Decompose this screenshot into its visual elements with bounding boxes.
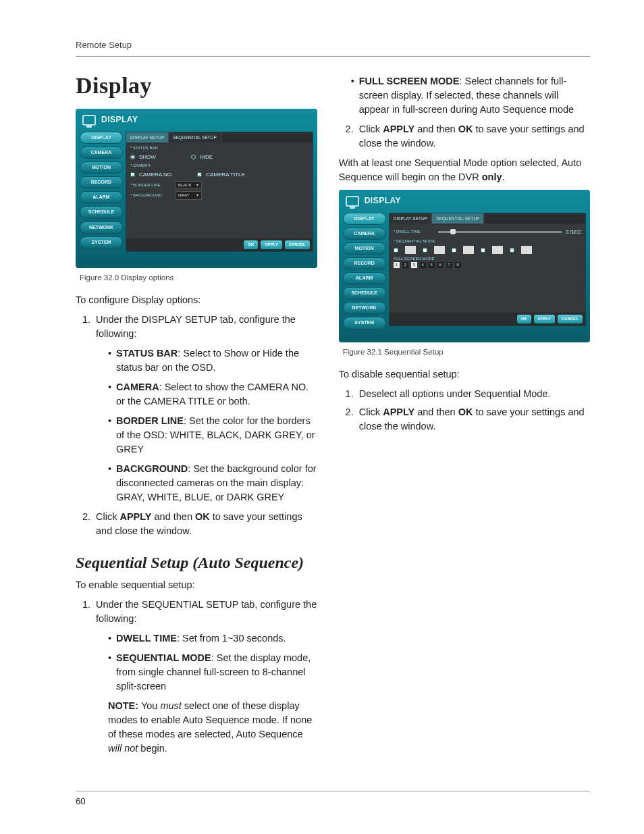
check-camerano-label: CAMERA NO. (139, 171, 173, 179)
ch-2[interactable]: 2 (402, 262, 408, 268)
mode-9[interactable] (510, 248, 514, 253)
bullet-border: BORDER LINE: Set the color for the borde… (108, 414, 317, 457)
label-statusbar: * STATUS BAR (130, 145, 308, 151)
tab-sequential-setup[interactable]: SEQUENTIAL SETUP (169, 132, 221, 142)
sidebar-nav: DISPLAY CAMERA MOTION RECORD ALARM SCHED… (343, 213, 386, 326)
nav-camera[interactable]: CAMERA (343, 228, 386, 240)
check-cameratitle[interactable] (197, 172, 202, 177)
apply-button[interactable]: APPLY (261, 240, 281, 249)
label-background: * BACKGROUND (130, 192, 171, 199)
ch-8[interactable]: 8 (455, 262, 461, 268)
figure-caption-1: Figure 32.0 Display options (80, 272, 317, 284)
tab-display-setup[interactable]: DISPLAY SETUP (126, 132, 169, 142)
label-seqmode: * SEQUENTIAL MODE (394, 238, 581, 244)
intro-text: To configure Display options: (76, 293, 317, 307)
dwell-value: 3 SEC (566, 228, 581, 236)
window-title: DISPLAY (365, 195, 401, 207)
radio-hide[interactable] (191, 155, 196, 159)
nav-display[interactable]: DISPLAY (80, 132, 123, 144)
nav-system[interactable]: SYSTEM (80, 236, 123, 249)
bullet-fullscreen: FULL SCREEN MODE: Select channels for fu… (351, 74, 590, 117)
ok-button[interactable]: OK (244, 240, 258, 249)
dvr-only-para: With at least one Sequential Mode option… (339, 156, 590, 184)
label-border: * BORDER LINE (130, 182, 171, 188)
label-camera: * CAMERA (130, 163, 308, 169)
label-fsm: FULL SCREEN MODE (394, 256, 581, 262)
page-title: Display (76, 69, 317, 102)
nav-network[interactable]: NETWORK (80, 221, 123, 234)
subheading-sequential: Sequential Setup (Auto Sequence) (76, 553, 317, 573)
nav-alarm[interactable]: ALARM (80, 191, 123, 203)
ch-3[interactable]: 3 (411, 262, 417, 268)
mode-4[interactable] (423, 248, 427, 253)
note-block: NOTE: You must select one of these displ… (108, 699, 317, 756)
page-number: 60 (76, 796, 85, 806)
nav-motion[interactable]: MOTION (343, 242, 386, 255)
disable-intro: To disable sequential setup: (339, 367, 590, 382)
step-2: Click APPLY and then OK to save your set… (93, 510, 317, 538)
slider-dwell[interactable] (438, 231, 562, 233)
cancel-button[interactable]: CANCEL (285, 240, 310, 249)
tab-display-setup[interactable]: DISPLAY SETUP (390, 213, 432, 224)
seq-step-1: Under the SEQUENTIAL SETUP tab, configur… (93, 598, 317, 756)
figure-caption-2: Figure 32.1 Sequential Setup (343, 346, 590, 358)
bullet-dwell: DWELL TIME: Set from 1~30 seconds. (108, 631, 317, 646)
ch-4[interactable]: 4 (420, 262, 426, 268)
nav-system[interactable]: SYSTEM (343, 317, 386, 329)
nav-camera[interactable]: CAMERA (80, 147, 123, 159)
check-camerano[interactable] (130, 172, 135, 177)
sidebar-nav: DISPLAY CAMERA MOTION RECORD ALARM SCHED… (80, 132, 123, 252)
tab-sequential-setup[interactable]: SEQUENTIAL SETUP (432, 213, 484, 224)
ch-7[interactable]: 7 (446, 262, 452, 268)
seqmode-icons (394, 246, 581, 254)
nav-record[interactable]: RECORD (343, 257, 386, 269)
disable-step-2: Click APPLY and then OK to save your set… (356, 405, 590, 434)
check-cameratitle-label: CAMERA TITLE (206, 171, 245, 179)
figure-sequential-setup: DISPLAY DISPLAY CAMERA MOTION RECORD ALA… (339, 190, 590, 342)
bullet-background: BACKGROUND: Set the background color for… (108, 462, 317, 504)
nav-display[interactable]: DISPLAY (343, 213, 386, 225)
select-background[interactable]: GRAY▾ (175, 191, 202, 200)
nav-record[interactable]: RECORD (80, 176, 123, 188)
apply-button[interactable]: APPLY (534, 315, 555, 323)
select-border[interactable]: BLACK▾ (175, 181, 202, 190)
nav-schedule[interactable]: SCHEDULE (80, 206, 123, 218)
radio-hide-label: HIDE (200, 153, 213, 161)
ch-1[interactable]: 1 (394, 262, 400, 268)
mode-8[interactable] (481, 248, 485, 253)
mode-6[interactable] (452, 248, 456, 253)
disable-step-1: Deselect all options under Sequential Mo… (356, 387, 590, 401)
nav-network[interactable]: NETWORK (343, 302, 386, 314)
window-title: DISPLAY (101, 114, 138, 126)
ch-6[interactable]: 6 (437, 262, 444, 268)
running-header: Remote Setup (76, 40, 132, 50)
fsm-channels: 1 2 3 4 5 6 7 8 (394, 262, 581, 268)
bullet-camera: CAMERA: Select to show the CAMERA NO. or… (108, 380, 317, 409)
monitor-icon (82, 115, 96, 126)
nav-motion[interactable]: MOTION (80, 161, 123, 174)
ch-5[interactable]: 5 (429, 262, 435, 268)
monitor-icon (346, 196, 359, 207)
radio-show-label: SHOW (139, 153, 156, 161)
mode-1[interactable] (394, 248, 398, 253)
bullet-seqmode: SEQUENTIAL MODE: Set the display mode, f… (108, 651, 317, 694)
radio-show[interactable] (130, 155, 135, 159)
ok-button[interactable]: OK (517, 315, 531, 323)
label-dwell: * DWELL TIME (394, 229, 434, 235)
right-step-2: Click APPLY and then OK to save your set… (356, 122, 590, 151)
nav-schedule[interactable]: SCHEDULE (343, 287, 386, 299)
nav-alarm[interactable]: ALARM (343, 272, 386, 284)
seq-intro: To enable sequential setup: (76, 578, 317, 592)
cancel-button[interactable]: CANCEL (558, 315, 583, 323)
bullet-statusbar: STATUS BAR: Select to Show or Hide the s… (108, 346, 317, 375)
figure-display-options: DISPLAY DISPLAY CAMERA MOTION RECORD ALA… (76, 109, 317, 268)
step-1: Under the DISPLAY SETUP tab, configure t… (93, 313, 317, 504)
